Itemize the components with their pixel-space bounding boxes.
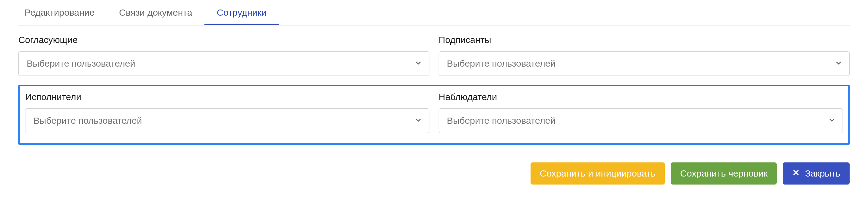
field-observers: Наблюдатели Выберите пользователей [439,92,843,133]
field-approvers: Согласующие Выберите пользователей [19,35,429,76]
highlighted-section: Исполнители Выберите пользователей Наблю… [19,85,849,145]
close-icon [792,168,800,179]
field-signers: Подписанты Выберите пользователей [439,35,849,76]
save-draft-button[interactable]: Сохранить черновик [671,162,777,185]
field-executors: Исполнители Выберите пользователей [25,92,429,133]
tab-editing[interactable]: Редактирование [19,0,107,25]
executors-label: Исполнители [25,92,429,102]
close-button-label: Закрыть [805,168,840,179]
tabs: Редактирование Связи документа Сотрудник… [19,0,849,26]
close-button[interactable]: Закрыть [783,162,849,185]
tab-employees[interactable]: Сотрудники [205,0,279,25]
save-initiate-button[interactable]: Сохранить и инициировать [531,162,665,185]
approvers-select[interactable]: Выберите пользователей [19,51,429,76]
observers-select[interactable]: Выберите пользователей [439,108,843,133]
approvers-label: Согласующие [19,35,429,45]
tab-document-links[interactable]: Связи документа [107,0,205,25]
signers-select[interactable]: Выберите пользователей [439,51,849,76]
signers-label: Подписанты [439,35,849,45]
action-bar: Сохранить и инициировать Сохранить черно… [19,162,849,197]
observers-label: Наблюдатели [439,92,843,102]
executors-select[interactable]: Выберите пользователей [25,108,429,133]
